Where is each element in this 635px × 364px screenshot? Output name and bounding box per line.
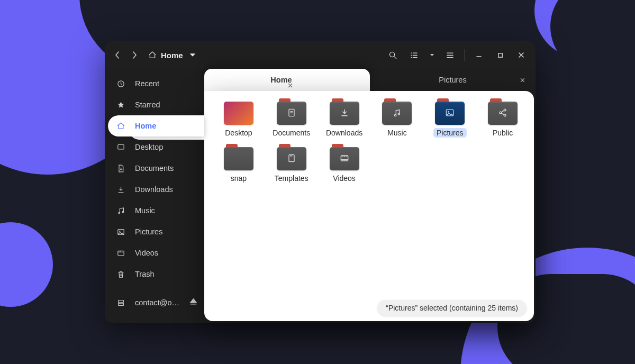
maximize-icon [497, 52, 504, 59]
status-text: “Pictures” selected (containing 25 items… [386, 304, 518, 312]
sidebar-item-videos[interactable]: Videos [105, 242, 204, 263]
sidebar-item-label: Recent [135, 79, 159, 88]
close-icon [520, 77, 525, 83]
sidebar-item-label: Trash [135, 270, 155, 278]
home-icon [148, 51, 157, 59]
tab-pictures[interactable]: Pictures [370, 69, 536, 91]
file-grid: DesktopDocumentsDownloadsMusicPicturesPu… [214, 99, 528, 185]
sidebar-item-starred[interactable]: Starred [105, 94, 204, 115]
desktop-tile-icon [224, 102, 253, 125]
svg-rect-9 [119, 300, 124, 302]
folder-icon [224, 147, 253, 170]
back-button[interactable] [110, 46, 125, 65]
sidebar-item-music[interactable]: Music [105, 200, 204, 221]
sidebar-item-home[interactable]: Home [108, 115, 204, 136]
close-icon [287, 83, 293, 88]
content-pane: DesktopDocumentsDownloadsMusicPicturesPu… [204, 91, 534, 321]
search-icon [388, 51, 397, 60]
svg-point-4 [119, 212, 120, 214]
file-label: Public [489, 128, 516, 138]
eject-button[interactable] [189, 297, 198, 308]
sidebar-item-label: contact@o… [135, 298, 179, 307]
sidebar-item-label: Videos [135, 249, 158, 257]
forward-button[interactable] [127, 46, 142, 65]
svg-point-7 [119, 230, 120, 231]
svg-rect-1 [498, 53, 502, 57]
status-bar: “Pictures” selected (containing 25 items… [377, 300, 527, 316]
hamburger-menu-button[interactable] [441, 46, 459, 64]
folder-icon [435, 102, 465, 125]
folder-icon [330, 147, 359, 170]
file-item[interactable]: Videos [320, 145, 369, 185]
bg-blob [0, 222, 53, 307]
file-manager-window: Home [105, 41, 536, 323]
sidebar-item-label: Starred [135, 101, 160, 109]
search-button[interactable] [384, 46, 402, 64]
maximize-button[interactable] [491, 46, 509, 64]
sidebar-item-label: Music [135, 206, 155, 215]
svg-rect-10 [119, 303, 124, 305]
sidebar-item-trash[interactable]: Trash [105, 263, 204, 285]
sidebar-item-label: Desktop [135, 143, 163, 151]
file-item[interactable]: Music [373, 99, 422, 140]
svg-point-15 [448, 111, 449, 113]
minimize-button[interactable] [470, 46, 488, 64]
sidebar-item-pictures[interactable]: Pictures [105, 221, 204, 242]
sidebar-item-desktop[interactable]: Desktop [105, 136, 204, 158]
file-item[interactable]: Documents [267, 99, 316, 140]
file-label: snap [228, 174, 250, 183]
menu-icon [446, 51, 455, 60]
sidebar-item-downloads[interactable]: Downloads [105, 179, 204, 200]
close-button[interactable] [512, 46, 530, 64]
file-label: Templates [271, 174, 312, 183]
list-icon [410, 51, 419, 60]
file-label: Downloads [323, 128, 366, 138]
tab-close-button[interactable] [285, 79, 296, 91]
sidebar-item-label: Pictures [135, 228, 162, 236]
sidebar-item-label: Downloads [135, 185, 173, 194]
file-item[interactable]: Pictures [425, 99, 475, 140]
video-icon [116, 249, 125, 258]
document-icon [116, 164, 125, 173]
tab-home[interactable]: Home [204, 69, 370, 91]
chevron-left-icon [114, 50, 121, 60]
folder-icon [488, 102, 518, 125]
view-dropdown-button[interactable] [426, 46, 438, 64]
clock-icon [116, 79, 125, 88]
file-item[interactable]: Downloads [320, 99, 369, 140]
file-item[interactable]: Templates [267, 145, 316, 185]
svg-point-5 [122, 211, 124, 213]
trash-icon [116, 270, 125, 279]
tab-close-button[interactable] [516, 74, 528, 86]
minimize-icon [475, 51, 483, 59]
folder-icon [277, 102, 306, 125]
titlebar: Home [105, 41, 536, 69]
star-icon [116, 101, 125, 110]
file-label: Videos [330, 174, 359, 183]
file-item[interactable]: snap [214, 145, 264, 185]
view-list-button[interactable] [405, 46, 423, 64]
sidebar-item-documents[interactable]: Documents [105, 158, 204, 179]
file-item[interactable]: Desktop [214, 99, 264, 140]
tab-label: Pictures [439, 76, 466, 84]
sidebar: Recent Starred Home Desktop Documents Do… [105, 69, 204, 323]
file-label: Desktop [222, 128, 255, 138]
svg-point-12 [395, 114, 396, 116]
folder-icon [277, 147, 306, 170]
bg-blob [550, 0, 635, 74]
sidebar-item-recent[interactable]: Recent [105, 73, 204, 94]
file-label: Music [384, 128, 410, 138]
home-icon [116, 122, 125, 131]
eject-icon [189, 297, 198, 306]
sidebar-item-mount[interactable]: contact@o… [105, 292, 204, 313]
svg-point-18 [504, 114, 506, 116]
download-icon [116, 185, 125, 194]
location-breadcrumb[interactable]: Home [144, 46, 200, 65]
file-label: Documents [269, 128, 313, 138]
svg-rect-3 [118, 144, 124, 149]
svg-point-17 [504, 109, 506, 111]
server-icon [116, 298, 125, 307]
location-label: Home [161, 51, 183, 60]
picture-icon [116, 228, 125, 236]
file-item[interactable]: Public [478, 99, 528, 140]
